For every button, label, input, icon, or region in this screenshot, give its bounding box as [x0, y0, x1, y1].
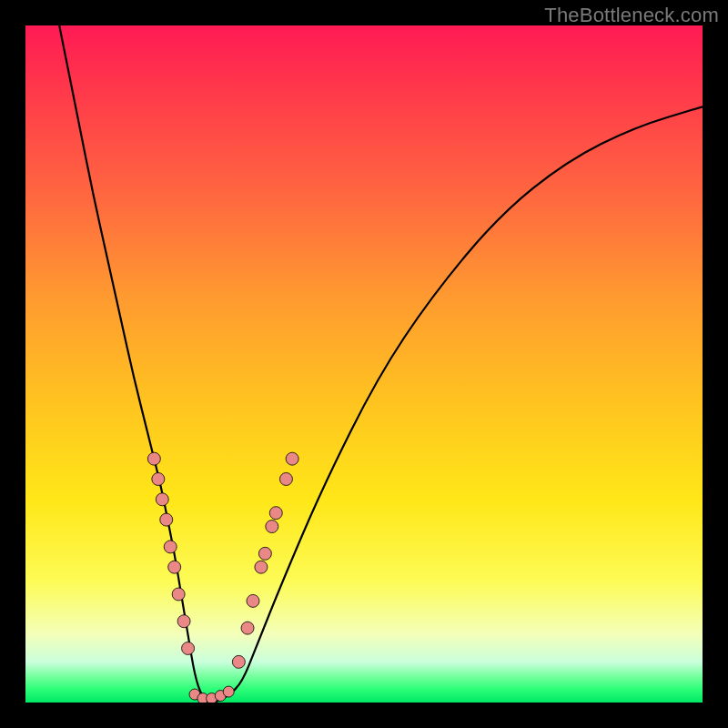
- highlight-dot: [258, 547, 271, 560]
- chart-svg: [25, 25, 703, 703]
- highlight-dots: [147, 452, 298, 703]
- highlight-dot: [172, 588, 185, 601]
- highlight-dot: [241, 622, 254, 634]
- highlight-dot: [177, 615, 190, 628]
- highlight-dot: [286, 452, 298, 465]
- highlight-dot: [279, 472, 292, 485]
- highlight-dot: [223, 686, 234, 697]
- highlight-dot: [255, 561, 268, 573]
- plot-area: [25, 25, 703, 703]
- highlight-dot: [247, 594, 259, 607]
- highlight-dot: [269, 507, 282, 520]
- chart-frame: TheBottleneck.com: [0, 0, 728, 728]
- highlight-dot: [147, 452, 160, 465]
- highlight-dot: [168, 561, 181, 573]
- highlight-dot: [152, 472, 165, 485]
- highlight-dot: [160, 513, 173, 526]
- highlight-dot: [182, 642, 195, 654]
- highlight-dot: [156, 493, 168, 506]
- watermark-text: TheBottleneck.com: [544, 4, 719, 27]
- highlight-dot: [232, 655, 245, 668]
- bottleneck-curve: [59, 25, 703, 703]
- highlight-dot: [164, 541, 177, 553]
- highlight-dot: [266, 521, 278, 533]
